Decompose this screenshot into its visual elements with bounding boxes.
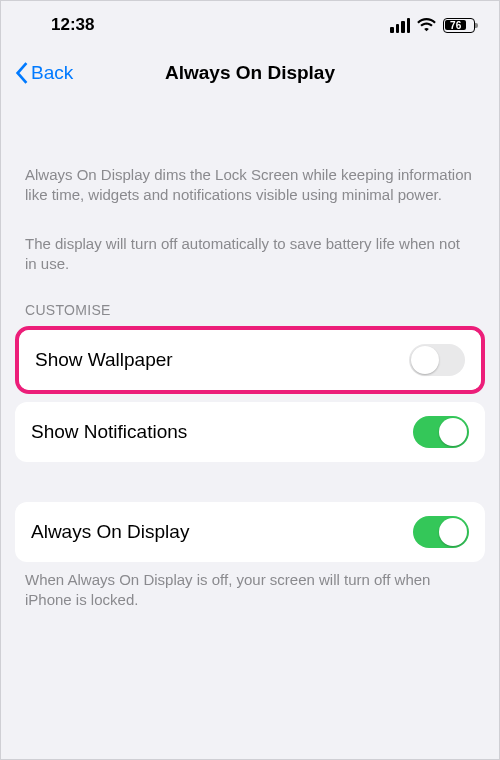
row-label: Always On Display [31, 521, 189, 543]
footer-description: When Always On Display is off, your scre… [1, 562, 499, 611]
highlight-show-wallpaper: Show Wallpaper [15, 326, 485, 394]
toggle-show-notifications[interactable] [413, 416, 469, 448]
wifi-icon [417, 18, 436, 32]
chevron-left-icon [15, 62, 29, 84]
row-label: Show Wallpaper [35, 349, 173, 371]
row-label: Show Notifications [31, 421, 187, 443]
row-show-wallpaper: Show Wallpaper [19, 330, 481, 390]
status-time: 12:38 [51, 15, 94, 35]
toggle-always-on-display[interactable] [413, 516, 469, 548]
row-group-customise-rest: Show Notifications [15, 402, 485, 462]
battery-level: 76 [445, 20, 466, 31]
battery-icon: 76 [443, 18, 475, 33]
back-button[interactable]: Back [15, 62, 73, 84]
description-1: Always On Display dims the Lock Screen w… [1, 165, 499, 206]
toggle-show-wallpaper[interactable] [409, 344, 465, 376]
status-right: 76 [390, 18, 475, 33]
status-bar: 12:38 76 [1, 1, 499, 49]
row-always-on-display: Always On Display [15, 502, 485, 562]
cellular-icon [390, 18, 410, 33]
section-header-customise: CUSTOMISE [1, 274, 499, 326]
page-title: Always On Display [1, 62, 499, 84]
row-show-notifications: Show Notifications [15, 402, 485, 462]
back-label: Back [31, 62, 73, 84]
row-group-main: Always On Display [15, 502, 485, 562]
nav-bar: Back Always On Display [1, 49, 499, 99]
description-2: The display will turn off automatically … [1, 234, 499, 275]
